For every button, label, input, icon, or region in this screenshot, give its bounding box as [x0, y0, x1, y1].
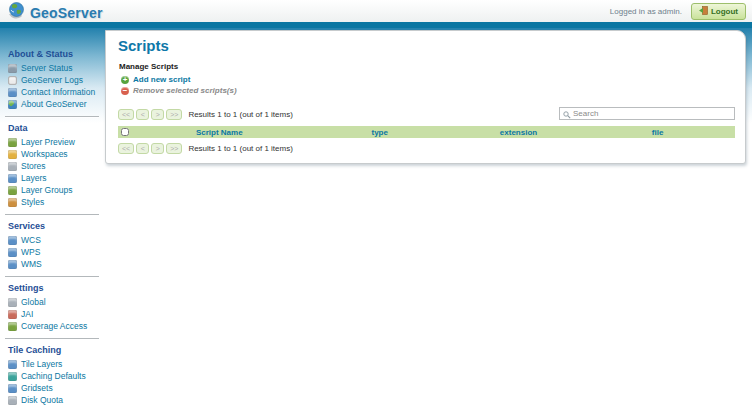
sidebar-item-caching-defaults[interactable]: Caching Defaults: [5, 370, 99, 382]
pager-last-button[interactable]: >>: [166, 109, 182, 120]
page-title: Scripts: [118, 37, 735, 54]
pager-prev-button[interactable]: <: [136, 109, 149, 120]
remove-icon: −: [121, 87, 129, 95]
scripts-table: Script Nametypeextensionfile: [118, 126, 735, 138]
sidebar-item-label: JAI: [21, 309, 33, 319]
sidebar-item-wps[interactable]: WPS: [5, 246, 99, 258]
remove-selected-link[interactable]: Remove selected scripts(s): [133, 86, 237, 95]
sidebar-item-label: Disk Quota: [21, 395, 63, 405]
pager-first-button[interactable]: <<: [118, 109, 134, 120]
logout-icon: [699, 6, 708, 17]
search-input[interactable]: [573, 109, 731, 118]
login-status: Logged in as admin.: [610, 7, 682, 16]
column-header-extension[interactable]: extension: [457, 126, 580, 138]
sidebar-item-label: Global: [21, 297, 46, 307]
sidebar-item-label: Layers: [21, 173, 47, 183]
sidebar-item-layer-groups[interactable]: Layer Groups: [5, 184, 99, 196]
sidebar-heading-about-status: About & Status: [5, 46, 99, 62]
pager-top: <<<>>>: [118, 109, 182, 120]
pager-first-button[interactable]: <<: [118, 143, 134, 154]
search-icon: [563, 105, 571, 123]
manage-scripts-label: Manage Scripts: [119, 62, 735, 71]
layers-icon: [8, 174, 17, 183]
sidebar-section-services: ServicesWCSWPSWMS: [5, 215, 99, 277]
sidebar-item-wcs[interactable]: WCS: [5, 234, 99, 246]
sidebar-item-wms[interactable]: WMS: [5, 258, 99, 270]
caching-defaults-icon: [8, 372, 17, 381]
sidebar-item-label: WMS: [21, 259, 42, 269]
pager-next-button[interactable]: >: [151, 143, 164, 154]
sidebar-item-workspaces[interactable]: Workspaces: [5, 148, 99, 160]
select-all-checkbox[interactable]: [121, 128, 129, 136]
sidebar-item-gridsets[interactable]: Gridsets: [5, 382, 99, 394]
geoserver-logo-icon: [7, 1, 26, 24]
sidebar-heading-tile-caching: Tile Caching: [5, 342, 99, 358]
sidebar-item-layer-preview[interactable]: Layer Preview: [5, 136, 99, 148]
layer-preview-icon: [8, 138, 17, 147]
add-script-row: + Add new script: [121, 75, 735, 84]
wms-icon: [8, 260, 17, 269]
layer-groups-icon: [8, 186, 17, 195]
select-all-header: [118, 126, 136, 138]
coverage-access-icon: [8, 322, 17, 331]
geoserver-logs-icon: [8, 76, 17, 85]
logout-label: Logout: [711, 7, 738, 16]
results-text-bottom: Results 1 to 1 (out of 1 items): [188, 144, 293, 153]
top-toolbar: <<<>>> Results 1 to 1 (out of 1 items): [118, 107, 735, 121]
sidebar-item-styles[interactable]: Styles: [5, 196, 99, 208]
sidebar-item-layers[interactable]: Layers: [5, 172, 99, 184]
page-body: About & StatusServer StatusGeoServer Log…: [0, 28, 752, 405]
column-header-script-name[interactable]: Script Name: [136, 126, 303, 138]
workspaces-icon: [8, 150, 17, 159]
results-text-top: Results 1 to 1 (out of 1 items): [188, 110, 293, 119]
sidebar-section-data: DataLayer PreviewWorkspacesStoresLayersL…: [5, 117, 99, 215]
sidebar-section-about-status: About & StatusServer StatusGeoServer Log…: [5, 43, 99, 117]
pager-bottom: <<<>>>: [118, 143, 182, 154]
pager-prev-button[interactable]: <: [136, 143, 149, 154]
sidebar-item-stores[interactable]: Stores: [5, 160, 99, 172]
main-panel: Scripts Manage Scripts + Add new script …: [105, 30, 746, 164]
disk-quota-icon: [8, 396, 17, 405]
sidebar-item-label: Coverage Access: [21, 321, 87, 331]
gridsets-icon: [8, 384, 17, 393]
sidebar-item-label: GeoServer Logs: [21, 75, 83, 85]
wcs-icon: [8, 236, 17, 245]
sidebar-item-server-status[interactable]: Server Status: [5, 62, 99, 74]
about-geoserver-icon: [8, 100, 17, 109]
sidebar: About & StatusServer StatusGeoServer Log…: [0, 28, 103, 405]
sidebar-heading-settings: Settings: [5, 280, 99, 296]
sidebar-item-contact-information[interactable]: Contact Information: [5, 86, 99, 98]
header-right: Logged in as admin. Logout: [610, 2, 746, 20]
sidebar-item-label: Layer Groups: [21, 185, 73, 195]
server-status-icon: [8, 64, 17, 73]
sidebar-section-tile-caching: Tile CachingTile LayersCaching DefaultsG…: [5, 339, 99, 405]
logout-button[interactable]: Logout: [691, 3, 746, 20]
global-icon: [8, 298, 17, 307]
sidebar-item-geoserver-logs[interactable]: GeoServer Logs: [5, 74, 99, 86]
jai-icon: [8, 310, 17, 319]
sidebar-item-label: About GeoServer: [21, 99, 87, 109]
table-header-row: Script Nametypeextensionfile: [118, 126, 735, 138]
sidebar-item-label: Tile Layers: [21, 359, 62, 369]
sidebar-item-about-geoserver[interactable]: About GeoServer: [5, 98, 99, 110]
sidebar-item-coverage-access[interactable]: Coverage Access: [5, 320, 99, 332]
sidebar-item-disk-quota[interactable]: Disk Quota: [5, 394, 99, 405]
sidebar-item-label: WCS: [21, 235, 41, 245]
sidebar-item-tile-layers[interactable]: Tile Layers: [5, 358, 99, 370]
search-box: [559, 107, 735, 120]
sidebar-item-label: Layer Preview: [21, 137, 75, 147]
app-header: GeoServer Logged in as admin. Logout: [0, 0, 752, 22]
remove-script-row: − Remove selected scripts(s): [121, 86, 735, 95]
sidebar-item-label: Gridsets: [21, 383, 53, 393]
styles-icon: [8, 198, 17, 207]
pager-last-button[interactable]: >>: [166, 143, 182, 154]
sidebar-item-jai[interactable]: JAI: [5, 308, 99, 320]
sidebar-item-label: Contact Information: [21, 87, 95, 97]
sidebar-item-global[interactable]: Global: [5, 296, 99, 308]
pager-next-button[interactable]: >: [151, 109, 164, 120]
column-header-type[interactable]: type: [303, 126, 457, 138]
column-header-file[interactable]: file: [580, 126, 735, 138]
brand-name: GeoServer: [30, 5, 103, 21]
add-new-script-link[interactable]: Add new script: [133, 75, 190, 84]
bottom-toolbar: <<<>>> Results 1 to 1 (out of 1 items): [118, 141, 735, 155]
